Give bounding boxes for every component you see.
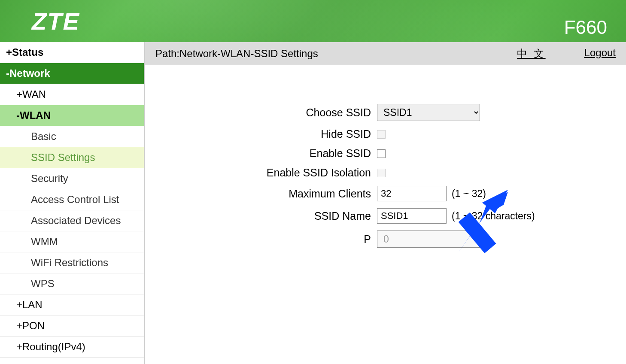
breadcrumb: Path:Network-WLAN-SSID Settings	[155, 48, 318, 60]
brand-logo: ZTE	[32, 7, 80, 35]
page-content: Choose SSID SSID1 Hide SSID Enable SSID	[145, 65, 626, 364]
sidebar-item-basic[interactable]: Basic	[0, 126, 144, 147]
sidebar-item-routing-ipv6[interactable]: +Routing(IPv6)	[0, 358, 144, 364]
header-bar: ZTE F660	[0, 0, 626, 42]
priority-label: P	[162, 233, 377, 246]
sidebar-item-wmm[interactable]: WMM	[0, 231, 144, 252]
enable-ssid-isolation-label: Enable SSID Isolation	[162, 167, 377, 179]
priority-select[interactable]: 0	[377, 231, 480, 248]
sidebar-item-wlan[interactable]: -WLAN	[0, 105, 144, 126]
hide-ssid-checkbox[interactable]	[377, 130, 386, 139]
sidebar: +Status -Network +WAN -WLAN Basic SSID S…	[0, 42, 145, 364]
max-clients-label: Maximum Clients	[162, 188, 377, 200]
choose-ssid-label: Choose SSID	[162, 106, 377, 119]
sidebar-item-wan[interactable]: +WAN	[0, 84, 144, 105]
sidebar-item-acl[interactable]: Access Control List	[0, 189, 144, 210]
max-clients-hint: (1 ~ 32)	[452, 188, 486, 200]
enable-ssid-checkbox[interactable]	[377, 149, 386, 158]
model-label: F660	[564, 17, 607, 38]
breadcrumb-bar: Path:Network-WLAN-SSID Settings 中 文 Logo…	[145, 42, 626, 65]
logout-link[interactable]: Logout	[584, 47, 616, 61]
sidebar-item-associated-devices[interactable]: Associated Devices	[0, 210, 144, 231]
sidebar-item-routing-ipv4[interactable]: +Routing(IPv4)	[0, 337, 144, 358]
hide-ssid-label: Hide SSID	[162, 128, 377, 140]
sidebar-item-wifi-restrictions[interactable]: WiFi Restrictions	[0, 252, 144, 273]
ssid-name-input[interactable]	[377, 208, 447, 224]
enable-ssid-isolation-checkbox[interactable]	[377, 169, 386, 177]
sidebar-item-security[interactable]: Security	[0, 168, 144, 189]
sidebar-item-lan[interactable]: +LAN	[0, 294, 144, 315]
sidebar-item-network[interactable]: -Network	[0, 63, 144, 84]
choose-ssid-select[interactable]: SSID1	[377, 104, 480, 121]
max-clients-input[interactable]	[377, 186, 447, 201]
sidebar-item-ssid-settings[interactable]: SSID Settings	[0, 147, 144, 168]
enable-ssid-label: Enable SSID	[162, 147, 377, 160]
sidebar-item-wps[interactable]: WPS	[0, 273, 144, 294]
ssid-name-label: SSID Name	[162, 210, 377, 222]
ssid-name-hint: (1 ~ 32 characters)	[452, 210, 535, 222]
sidebar-item-pon[interactable]: +PON	[0, 315, 144, 337]
sidebar-item-status[interactable]: +Status	[0, 42, 144, 63]
language-link[interactable]: 中 文	[517, 47, 546, 61]
